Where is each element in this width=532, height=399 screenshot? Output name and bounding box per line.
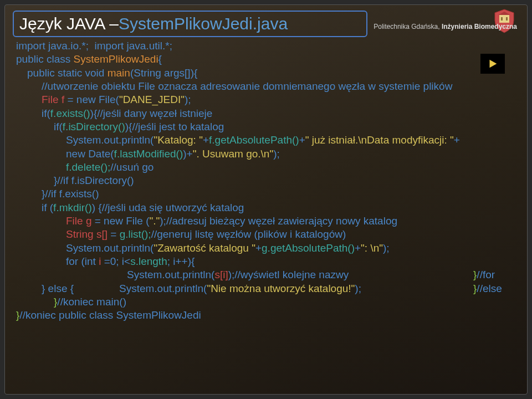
code-line: String s[] = g.list();//generuj listę wę… <box>16 228 518 241</box>
code-line: } else { System.out.println("Nie można u… <box>16 282 518 295</box>
code-block: import java.io.*; import java.util.*; pu… <box>16 39 518 323</box>
code-line: }//if f.exists() <box>16 187 518 201</box>
code-line: }//if f.isDirectory() <box>16 174 518 187</box>
svg-rect-2 <box>506 17 508 21</box>
code-line: if(f.exists()){//jeśli dany węzeł istnie… <box>16 107 518 120</box>
code-line: }//koniec main() <box>16 295 518 309</box>
department-name: Inżynieria Biomedyczna <box>442 23 517 30</box>
code-line: }//koniec public class SystemPlikowJedi <box>16 309 518 322</box>
code-line: public class SystemPlikowJedi{ <box>16 53 518 66</box>
code-line: import java.io.*; import java.util.*; <box>16 39 518 53</box>
header-institution: Politechnika Gdańska, Inżynieria Biomedy… <box>374 23 517 30</box>
code-line: File f = new File("DANE_JEDI"); <box>16 93 518 106</box>
code-line: File g = new File (".");//adresuj bieżąc… <box>16 214 518 228</box>
code-line: if(f.isDirectory()){//jeśli jest to kata… <box>16 120 518 134</box>
svg-rect-0 <box>499 15 509 23</box>
slide-container: Język JAVA – SystemPlikowJedi.java Polit… <box>4 4 528 395</box>
code-line: System.out.println(s[i]);//wyświetl kole… <box>16 268 518 282</box>
code-line: public static void main(String args[]){ <box>16 66 518 80</box>
code-line: new Date(f.lastModified())+". Usuwam go.… <box>16 147 518 161</box>
code-line: System.out.println("Zawartość katalogu "… <box>16 242 518 255</box>
institution-name: Politechnika Gdańska, <box>374 23 442 30</box>
code-line: for (int i =0; i<s.length; i++){ <box>16 255 518 268</box>
code-comment: //utworzenie obiektu File oznacza adreso… <box>16 80 518 93</box>
title-bar: Język JAVA – SystemPlikowJedi.java <box>13 11 367 37</box>
code-line: if (f.mkdir()) {//jeśli uda się utworzyć… <box>16 201 518 214</box>
svg-rect-1 <box>501 17 503 21</box>
code-line: System.out.println("Katalog: "+f.getAbso… <box>16 134 518 147</box>
title-filename: SystemPlikowJedi.java <box>119 14 288 33</box>
title-prefix: Język JAVA – <box>19 14 119 33</box>
code-line: f.delete();//usuń go <box>16 161 518 174</box>
